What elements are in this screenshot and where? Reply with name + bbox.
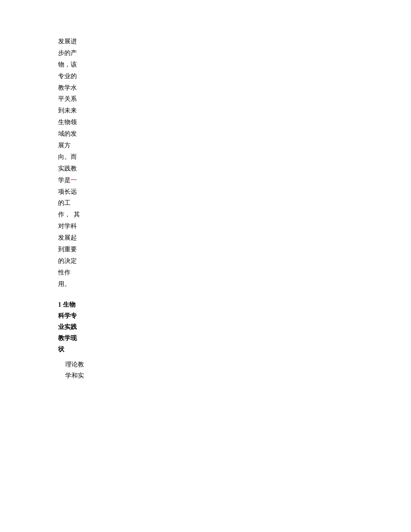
text-line-17: 对学科 <box>58 223 77 229</box>
section-title-line-4: 教学现 <box>58 335 77 341</box>
text-line-5: 教学水 <box>58 84 77 91</box>
text-line-8: 生物领 <box>58 119 77 125</box>
section-heading: 1 生物 科学专 业实践 教学现 状 <box>58 299 89 355</box>
page-content: 发展进 步的产 物，该 专业的 教学水 平关系 到未来 生物领 域的发 展方 向… <box>0 0 411 417</box>
text-line-2: 步的产 <box>58 50 77 56</box>
text-line-7: 到未来 <box>58 107 77 114</box>
text-line-21: 性作 <box>58 269 71 276</box>
section-title-line-1: 生物 <box>63 301 75 308</box>
section-title-line-5: 状 <box>58 346 64 353</box>
text-line-15: 的工 <box>58 200 71 206</box>
text-line-19: 到重要 <box>58 246 77 253</box>
paragraph-2: 理论教 学和实 <box>58 359 89 382</box>
text-line-20: 的决定 <box>58 258 77 264</box>
text-line-14: 项长远 <box>58 188 77 195</box>
section-title-line-3: 业实践 <box>58 324 77 330</box>
section-number: 1 <box>58 301 61 308</box>
p2-line-2: 学和实 <box>65 372 84 379</box>
paragraph-1: 发展进 步的产 物，该 专业的 教学水 平关系 到未来 生物领 域的发 展方 向… <box>58 36 89 290</box>
text-line-13: 学是一 <box>58 177 77 183</box>
text-line-12: 实践教 <box>58 165 77 172</box>
text-line-18: 发展起 <box>58 234 77 241</box>
text-line-11: 向。而 <box>58 154 77 160</box>
text-line-6: 平关系 <box>58 96 77 102</box>
section-title-line-2: 科学专 <box>58 312 77 319</box>
text-line-1: 发展进 <box>58 38 77 45</box>
text-line-22: 用。 <box>58 281 71 287</box>
text-line-9: 域的发 <box>58 130 77 137</box>
text-line-10: 展方 <box>58 142 71 149</box>
p2-line-1: 理论教 <box>65 361 84 368</box>
text-line-4: 专业的 <box>58 73 77 79</box>
text-line-16: 作， 其 <box>58 211 80 218</box>
text-line-3: 物，该 <box>58 61 77 68</box>
